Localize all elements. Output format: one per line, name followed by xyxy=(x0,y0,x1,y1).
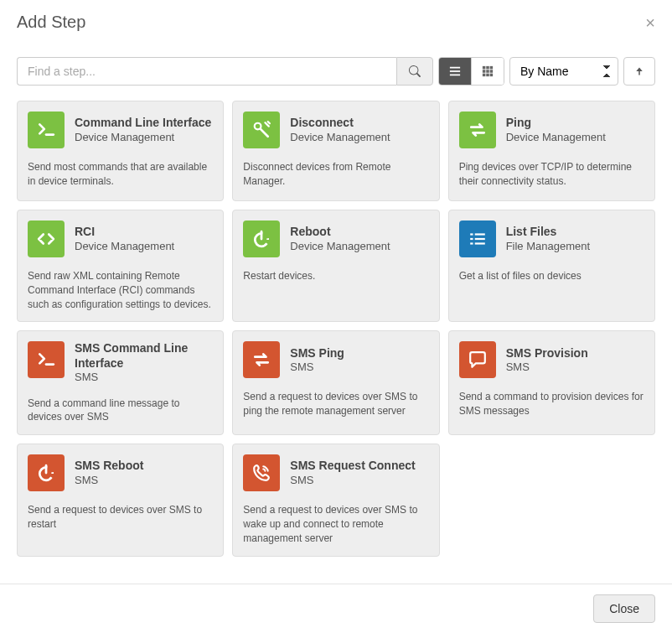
card-description: Send raw XML containing Remote Command I… xyxy=(28,269,213,311)
list-view-icon xyxy=(449,65,461,77)
list-icon xyxy=(459,221,496,257)
svg-rect-5 xyxy=(490,66,494,70)
step-card[interactable]: RCI Device Management Send raw XML conta… xyxy=(17,210,224,322)
step-card[interactable]: SMS Ping SMS Send a request to devices o… xyxy=(232,330,439,435)
step-card[interactable]: SMS Provision SMS Send a command to prov… xyxy=(448,330,655,435)
power-icon xyxy=(28,454,65,491)
search-input[interactable] xyxy=(17,57,396,86)
card-category: Device Management xyxy=(290,131,390,144)
svg-rect-9 xyxy=(483,74,486,77)
card-titles: Reboot Device Management xyxy=(290,221,390,257)
power-icon xyxy=(243,221,280,257)
card-head: SMS Request Connect SMS xyxy=(243,454,428,491)
card-titles: Disconnect Device Management xyxy=(290,112,390,148)
card-head: RCI Device Management xyxy=(28,221,213,257)
svg-rect-3 xyxy=(483,66,486,70)
card-head: List Files File Management xyxy=(459,221,644,257)
card-titles: SMS Command Line Interface SMS xyxy=(75,341,213,384)
arrow-up-icon xyxy=(634,66,644,76)
sort-direction-button[interactable] xyxy=(623,57,655,86)
card-title: SMS Provision xyxy=(506,346,588,361)
card-head: Reboot Device Management xyxy=(243,221,428,257)
terminal-icon xyxy=(28,112,65,148)
card-title: RCI xyxy=(75,225,174,240)
card-category: Device Management xyxy=(75,240,174,253)
card-titles: SMS Ping SMS xyxy=(290,341,344,378)
card-description: Get a list of files on devices xyxy=(459,269,644,283)
close-button[interactable]: Close xyxy=(593,594,655,623)
step-card[interactable]: SMS Reboot SMS Send a request to devices… xyxy=(17,444,224,556)
card-category: SMS xyxy=(290,474,415,487)
card-description: Ping devices over TCP/IP to determine th… xyxy=(459,160,644,189)
sort-select[interactable]: By Name xyxy=(509,57,618,86)
card-title: SMS Command Line Interface xyxy=(75,341,213,371)
card-title: Reboot xyxy=(290,225,390,240)
card-title: SMS Request Connect xyxy=(290,459,415,474)
svg-rect-2 xyxy=(450,75,460,76)
card-description: Send a request to devices over SMS to wa… xyxy=(243,503,428,545)
sort-wrap: By Name xyxy=(509,57,618,86)
card-title: SMS Ping xyxy=(290,346,344,361)
modal-body: By Name Command Line Interface Device Ma… xyxy=(0,44,672,584)
code-icon xyxy=(28,221,65,257)
search-icon xyxy=(409,65,421,77)
card-category: SMS xyxy=(506,361,588,374)
card-description: Send a command line message to devices o… xyxy=(28,397,213,425)
search-group xyxy=(17,57,433,86)
step-card[interactable]: Reboot Device Management Restart devices… xyxy=(232,210,439,322)
svg-rect-1 xyxy=(450,70,460,72)
svg-rect-7 xyxy=(486,70,489,73)
svg-rect-10 xyxy=(486,74,489,77)
card-description: Send a command to provision devices for … xyxy=(459,390,644,418)
modal-header: Add Step × xyxy=(0,0,672,44)
step-grid: Command Line Interface Device Management… xyxy=(17,101,655,557)
card-description: Disconnect devices from Remote Manager. xyxy=(243,160,428,189)
modal-footer: Close xyxy=(0,584,672,633)
card-titles: SMS Request Connect SMS xyxy=(290,454,415,491)
close-icon[interactable]: × xyxy=(645,14,655,31)
card-category: File Management xyxy=(506,240,590,253)
card-titles: List Files File Management xyxy=(506,221,590,257)
toolbar: By Name xyxy=(17,57,655,86)
grid-view-icon xyxy=(482,65,494,77)
card-title: Ping xyxy=(506,116,606,131)
card-head: Disconnect Device Management xyxy=(243,112,428,148)
step-card[interactable]: SMS Request Connect SMS Send a request t… xyxy=(232,444,439,556)
card-head: SMS Command Line Interface SMS xyxy=(28,341,213,384)
card-titles: RCI Device Management xyxy=(75,221,174,257)
view-grid-button[interactable] xyxy=(472,58,504,85)
card-category: SMS xyxy=(75,371,213,384)
card-category: Device Management xyxy=(506,131,606,144)
chat-icon xyxy=(459,341,496,378)
card-description: Send a request to devices over SMS to re… xyxy=(28,503,213,532)
svg-rect-11 xyxy=(490,74,494,77)
modal-title: Add Step xyxy=(17,13,85,32)
view-toggle xyxy=(438,57,504,86)
unplug-icon xyxy=(243,112,280,148)
card-titles: SMS Provision SMS xyxy=(506,341,588,378)
card-category: SMS xyxy=(290,361,344,374)
step-card[interactable]: SMS Command Line Interface SMS Send a co… xyxy=(17,330,224,435)
card-head: Command Line Interface Device Management xyxy=(28,112,213,148)
view-list-button[interactable] xyxy=(439,58,472,85)
card-titles: Command Line Interface Device Management xyxy=(75,112,211,148)
arrows-icon xyxy=(459,112,496,148)
step-card[interactable]: Disconnect Device Management Disconnect … xyxy=(232,101,439,201)
card-description: Send most commands that are available in… xyxy=(28,160,213,189)
search-button[interactable] xyxy=(396,57,433,86)
card-head: SMS Ping SMS xyxy=(243,341,428,378)
card-category: SMS xyxy=(75,474,143,487)
card-head: SMS Reboot SMS xyxy=(28,454,213,491)
step-card[interactable]: Command Line Interface Device Management… xyxy=(17,101,224,201)
step-card[interactable]: List Files File Management Get a list of… xyxy=(448,210,655,322)
svg-rect-8 xyxy=(490,70,494,73)
card-head: SMS Provision SMS xyxy=(459,341,644,378)
card-description: Send a request to devices over SMS to pi… xyxy=(243,390,428,418)
terminal-icon xyxy=(28,341,65,378)
step-card[interactable]: Ping Device Management Ping devices over… xyxy=(448,101,655,201)
card-title: SMS Reboot xyxy=(75,459,143,474)
card-description: Restart devices. xyxy=(243,269,428,283)
card-category: Device Management xyxy=(75,131,211,144)
card-category: Device Management xyxy=(290,240,390,253)
svg-rect-0 xyxy=(450,67,460,69)
